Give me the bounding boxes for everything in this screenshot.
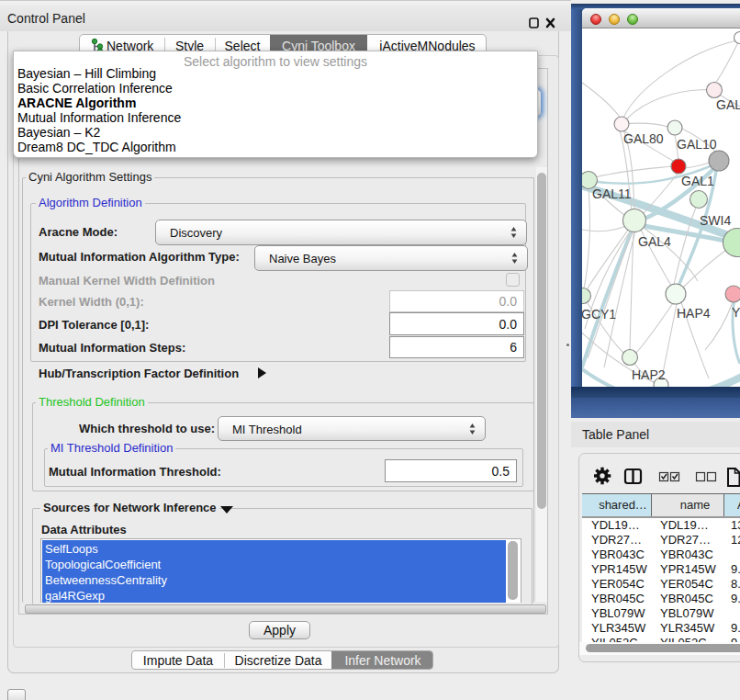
svg-text:GAL10: GAL10 <box>677 137 717 152</box>
svg-text:HAP4: HAP4 <box>677 306 711 321</box>
svg-text:GAL1: GAL1 <box>681 174 714 188</box>
svg-text:GAL80: GAL80 <box>623 131 664 146</box>
svg-text:GAL11: GAL11 <box>592 186 632 201</box>
svg-text:SWI4: SWI4 <box>700 213 731 228</box>
svg-text:YM: YM <box>732 305 740 320</box>
svg-text:GAL4: GAL4 <box>638 234 671 249</box>
svg-text:GCY1: GCY1 <box>582 307 616 322</box>
svg-text:GAL7: GAL7 <box>716 97 740 112</box>
svg-text:HAP2: HAP2 <box>632 367 666 382</box>
